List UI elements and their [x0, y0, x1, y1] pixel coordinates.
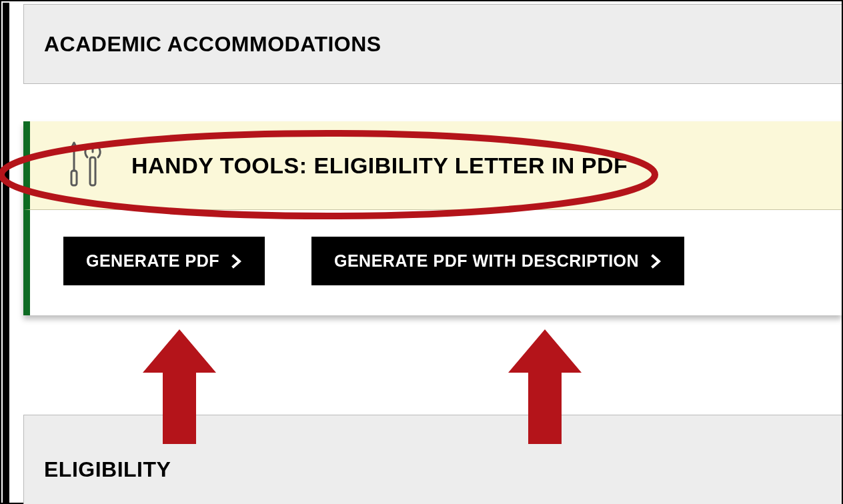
- svg-rect-1: [71, 171, 77, 185]
- academic-accommodations-panel: ACADEMIC ACCOMMODATIONS: [23, 4, 842, 84]
- left-black-bar: [3, 3, 9, 504]
- tools-icon: [63, 140, 105, 191]
- generate-pdf-label: GENERATE PDF: [86, 251, 219, 271]
- page-frame: ACADEMIC ACCOMMODATIONS HANDY TOOLS: ELI…: [0, 0, 843, 504]
- generate-pdf-with-description-button[interactable]: GENERATE PDF WITH DESCRIPTION: [311, 237, 684, 285]
- chevron-right-icon: [231, 254, 242, 269]
- academic-accommodations-title: ACADEMIC ACCOMMODATIONS: [44, 32, 381, 57]
- handy-tools-body: GENERATE PDF GENERATE PDF WITH DESCRIPTI…: [23, 210, 842, 315]
- generate-pdf-desc-label: GENERATE PDF WITH DESCRIPTION: [334, 251, 639, 271]
- handy-tools-title: HANDY TOOLS: ELIGIBILITY LETTER IN PDF: [131, 153, 628, 179]
- handy-tools-card: HANDY TOOLS: ELIGIBILITY LETTER IN PDF G…: [23, 121, 842, 315]
- svg-rect-3: [90, 157, 95, 185]
- eligibility-title: ELIGIBILITY: [44, 457, 171, 482]
- eligibility-panel: ELIGIBILITY: [23, 415, 842, 504]
- generate-pdf-button[interactable]: GENERATE PDF: [63, 237, 265, 285]
- handy-tools-header: HANDY TOOLS: ELIGIBILITY LETTER IN PDF: [23, 121, 842, 210]
- chevron-right-icon: [651, 254, 662, 269]
